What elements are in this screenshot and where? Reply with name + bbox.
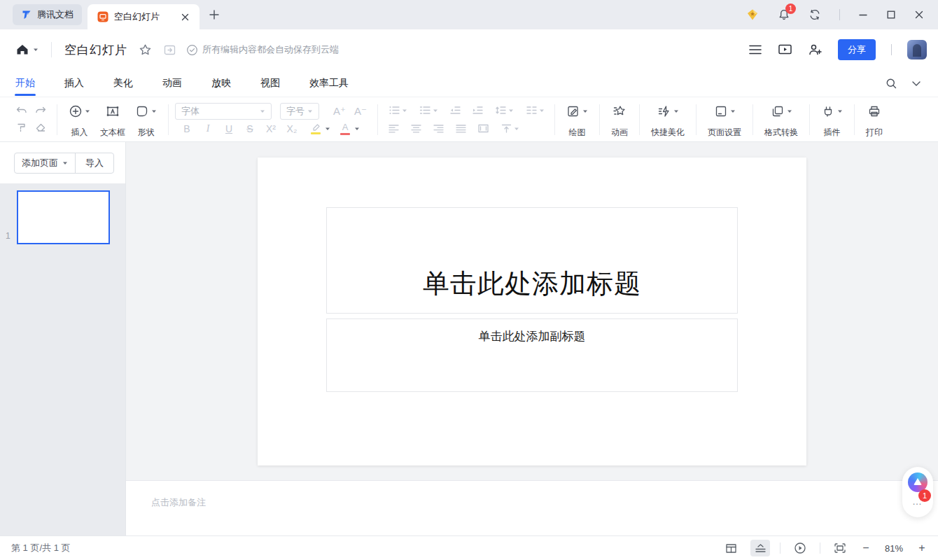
add-collaborator-icon[interactable] (808, 43, 822, 56)
align-justify-button[interactable] (451, 121, 470, 136)
tab-tencent-docs[interactable]: 腾讯文档 (13, 4, 82, 25)
divider (854, 104, 855, 135)
format-convert-button[interactable]: 格式转换 (760, 102, 803, 137)
print-button[interactable]: 打印 (861, 102, 888, 137)
minimize-button[interactable] (858, 10, 868, 20)
divider (891, 44, 892, 55)
draw-button[interactable]: 绘图 (561, 102, 593, 137)
share-button[interactable]: 分享 (838, 39, 876, 60)
menu-hamburger-icon[interactable] (748, 44, 762, 55)
divider (752, 104, 753, 135)
new-tab-button[interactable] (205, 6, 223, 24)
highlight-color-button[interactable] (308, 121, 330, 136)
zoom-level[interactable]: 81% (882, 543, 906, 554)
import-button[interactable]: 导入 (75, 153, 113, 173)
search-icon[interactable] (886, 78, 897, 90)
decrease-indent-button[interactable] (446, 103, 464, 118)
align-left-button[interactable] (384, 121, 402, 136)
close-tab-icon[interactable] (178, 10, 191, 23)
font-size-value: 字号 (286, 105, 304, 118)
tab-slideshow[interactable]: 放映 (204, 70, 238, 97)
quick-beautify-button[interactable]: 快捷美化 (646, 102, 690, 137)
layout-view-button[interactable] (721, 540, 741, 556)
animation-button[interactable]: 动画 (606, 102, 633, 137)
document-title: 空白幻灯片 (64, 42, 127, 58)
collapse-toolbar-icon[interactable] (911, 80, 921, 87)
chevron-down-icon (582, 109, 588, 113)
fit-to-screen-button[interactable] (830, 540, 850, 556)
assistant-badge: 1 (918, 489, 931, 502)
document-header: 空白幻灯片 所有编辑内容都会自动保存到云端 分享 (0, 29, 938, 70)
slides-file-icon (97, 11, 108, 22)
notes-area[interactable]: 点击添加备注 (126, 480, 938, 536)
text-box-margins-button[interactable] (474, 121, 492, 136)
increase-font-button[interactable]: A⁺ (329, 104, 350, 119)
avatar[interactable] (907, 40, 927, 59)
align-center-button[interactable] (407, 121, 425, 136)
bullet-list-button[interactable] (384, 103, 411, 118)
strikethrough-button[interactable]: S (239, 121, 260, 136)
notes-panel-toggle[interactable] (750, 540, 770, 556)
ribbon-menu: 开始 插入 美化 动画 放映 视图 效率工具 (0, 70, 938, 97)
page-setup-button[interactable]: 页面设置 (703, 102, 746, 137)
zoom-out-button[interactable]: − (860, 542, 872, 554)
chevron-down-icon (730, 109, 736, 113)
tab-efficiency-tools[interactable]: 效率工具 (302, 70, 356, 97)
divider (599, 104, 600, 135)
font-size-select[interactable]: 字号 (280, 103, 319, 120)
columns-button[interactable] (522, 103, 548, 118)
star-favorite-icon[interactable] (139, 43, 152, 57)
tab-insert[interactable]: 插入 (57, 70, 91, 97)
move-to-folder-icon[interactable] (163, 43, 176, 57)
import-label: 导入 (85, 157, 104, 169)
slide-thumbnail[interactable] (17, 190, 110, 244)
shape-button[interactable]: 形状 (130, 102, 162, 137)
line-spacing-button[interactable] (491, 103, 517, 118)
close-window-button[interactable] (914, 10, 924, 20)
add-page-button[interactable]: 添加页面 (15, 153, 75, 173)
superscript-button[interactable]: X² (260, 121, 281, 136)
subtitle-placeholder[interactable]: 单击此处添加副标题 (326, 318, 738, 392)
format-painter-button[interactable] (12, 120, 30, 136)
present-icon[interactable] (778, 43, 792, 56)
italic-button[interactable]: I (197, 121, 218, 136)
chevron-down-icon (260, 109, 265, 113)
decrease-font-button[interactable]: A⁻ (350, 104, 371, 119)
tab-start[interactable]: 开始 (8, 70, 42, 97)
bold-button[interactable]: B (176, 121, 197, 136)
divider (696, 104, 696, 135)
tab-beautify[interactable]: 美化 (106, 70, 140, 97)
zoom-in-button[interactable]: + (916, 542, 928, 554)
textbox-button[interactable]: 文本框 (95, 102, 130, 137)
clear-format-button[interactable] (31, 120, 50, 136)
redo-button[interactable] (31, 104, 50, 119)
tab-current-doc[interactable]: 空白幻灯片 (88, 4, 200, 29)
status-bar: 第 1 页/共 1 页 − 81% + (0, 536, 938, 560)
align-right-button[interactable] (429, 121, 447, 136)
shape-label: 形状 (138, 127, 155, 137)
font-color-button[interactable]: A (337, 121, 360, 136)
autosave-text: 所有编辑内容都会自动保存到云端 (202, 43, 339, 56)
toolbar: 插入 文本框 形状 字体 字号 (0, 97, 938, 142)
vip-gem-icon[interactable] (746, 8, 760, 21)
vertical-align-button[interactable] (496, 121, 523, 136)
numbered-list-button[interactable] (415, 103, 442, 118)
subscript-button[interactable]: X₂ (281, 121, 302, 136)
home-button[interactable] (15, 43, 38, 56)
chevron-down-icon (33, 48, 38, 52)
tab-animation[interactable]: 动画 (155, 70, 189, 97)
sync-icon[interactable] (808, 8, 821, 21)
font-family-select[interactable]: 字体 (175, 103, 272, 120)
play-slideshow-button[interactable] (790, 540, 810, 556)
insert-button[interactable]: 插入 (64, 102, 95, 137)
tencent-docs-logo-icon (21, 9, 32, 20)
plugin-button[interactable]: 插件 (816, 102, 848, 137)
tab-view[interactable]: 视图 (253, 70, 287, 97)
underline-button[interactable]: U (218, 121, 239, 136)
slides-panel-actions: 添加页面 导入 (0, 142, 125, 183)
undo-button[interactable] (12, 104, 30, 119)
title-placeholder[interactable]: 单击此处添加标题 (326, 207, 738, 314)
increase-indent-button[interactable] (468, 103, 486, 118)
maximize-button[interactable] (886, 10, 896, 20)
notifications-button[interactable]: 1 (778, 8, 790, 21)
